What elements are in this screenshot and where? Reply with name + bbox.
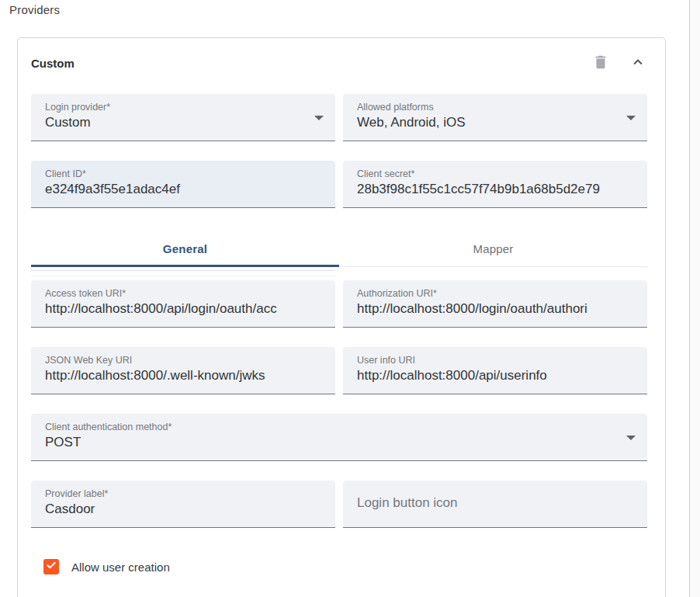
client-credentials-row: Client ID* e324f9a3f55e1adac4ef Client s… bbox=[31, 161, 647, 208]
provider-tabs: General Mapper bbox=[31, 230, 647, 267]
allow-user-creation-checkbox[interactable] bbox=[43, 559, 59, 574]
user-info-uri-field[interactable]: User info URI http://localhost:8000/api/… bbox=[343, 347, 647, 394]
allowed-platforms-select[interactable]: Allowed platforms Web, Android, iOS bbox=[343, 94, 647, 141]
allow-user-creation-row: Allow user creation bbox=[43, 559, 647, 574]
chevron-down-icon bbox=[626, 116, 636, 120]
provider-card: Custom Login provider* Custom Allowed pl… bbox=[17, 37, 666, 597]
client-secret-value: 28b3f98c1f55c1cc57f74b9b1a68b5d2e79 bbox=[357, 180, 616, 199]
access-token-uri-value: http://localhost:8000/api/login/oauth/ac… bbox=[45, 300, 304, 318]
client-id-field[interactable]: Client ID* e324f9a3f55e1adac4ef bbox=[31, 161, 335, 208]
client-auth-method-value: POST bbox=[45, 433, 616, 452]
login-button-icon-field[interactable]: Login button icon bbox=[343, 481, 647, 528]
chevron-up-icon bbox=[629, 54, 646, 73]
client-auth-method-select[interactable]: Client authentication method* POST bbox=[31, 414, 647, 461]
jwks-userinfo-row: JSON Web Key URI http://localhost:8000/.… bbox=[31, 347, 647, 394]
token-auth-row: Access token URI* http://localhost:8000/… bbox=[31, 280, 647, 328]
allow-user-creation-label: Allow user creation bbox=[71, 561, 170, 574]
json-web-key-uri-field[interactable]: JSON Web Key URI http://localhost:8000/.… bbox=[31, 347, 335, 394]
allowed-platforms-value: Web, Android, iOS bbox=[357, 113, 616, 132]
provider-label-field[interactable]: Provider label* Casdoor bbox=[31, 481, 335, 528]
page-title: Providers bbox=[9, 3, 60, 16]
client-auth-method-label: Client authentication method* bbox=[45, 421, 616, 433]
login-button-icon-placeholder: Login button icon bbox=[357, 495, 458, 511]
login-provider-select[interactable]: Login provider* Custom bbox=[31, 94, 335, 141]
authorization-uri-value: http://localhost:8000/login/oauth/author… bbox=[357, 300, 616, 318]
client-secret-label: Client secret* bbox=[357, 168, 616, 180]
login-provider-value: Custom bbox=[45, 113, 304, 132]
chevron-down-icon bbox=[314, 116, 324, 120]
viewport-edge bbox=[689, 0, 700, 597]
client-id-value: e324f9a3f55e1adac4ef bbox=[45, 180, 304, 199]
providers-page: Providers Custom Login provider* Custom bbox=[0, 0, 700, 597]
provider-label-label: Provider label* bbox=[45, 488, 304, 500]
authorization-uri-field[interactable]: Authorization URI* http://localhost:8000… bbox=[343, 280, 647, 328]
allowed-platforms-label: Allowed platforms bbox=[357, 101, 616, 113]
tab-content-divider bbox=[31, 270, 335, 276]
json-web-key-uri-label: JSON Web Key URI bbox=[45, 354, 304, 366]
authorization-uri-label: Authorization URI* bbox=[357, 287, 616, 300]
collapse-card-button[interactable] bbox=[629, 54, 647, 72]
client-secret-field[interactable]: Client secret* 28b3f98c1f55c1cc57f74b9b1… bbox=[343, 161, 647, 208]
access-token-uri-field[interactable]: Access token URI* http://localhost:8000/… bbox=[31, 280, 335, 328]
label-icon-row: Provider label* Casdoor Login button ico… bbox=[31, 481, 647, 528]
login-provider-label: Login provider* bbox=[45, 101, 304, 113]
access-token-uri-label: Access token URI* bbox=[45, 287, 304, 300]
client-id-label: Client ID* bbox=[45, 168, 304, 180]
tab-mapper[interactable]: Mapper bbox=[339, 230, 647, 267]
chevron-down-icon bbox=[626, 436, 636, 440]
provider-platform-row: Login provider* Custom Allowed platforms… bbox=[31, 94, 647, 141]
provider-card-title: Custom bbox=[31, 57, 591, 70]
auth-method-row: Client authentication method* POST bbox=[31, 414, 647, 461]
user-info-uri-label: User info URI bbox=[357, 354, 616, 366]
trash-icon bbox=[592, 54, 609, 73]
card-header: Custom bbox=[31, 51, 647, 75]
provider-label-value: Casdoor bbox=[45, 500, 304, 519]
delete-provider-button[interactable] bbox=[591, 54, 610, 72]
checkmark-icon bbox=[45, 559, 57, 574]
json-web-key-uri-value: http://localhost:8000/.well-known/jwks bbox=[45, 366, 304, 385]
user-info-uri-value: http://localhost:8000/api/userinfo bbox=[357, 366, 616, 385]
tab-general[interactable]: General bbox=[31, 230, 339, 267]
